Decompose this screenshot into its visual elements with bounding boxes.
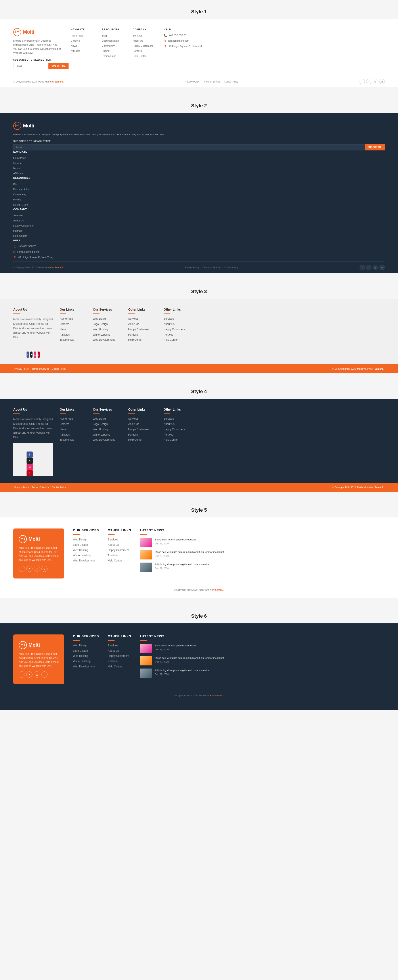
svc-webhosting-s6[interactable]: Web Hosting xyxy=(73,654,99,658)
nav-link-affiliates-s1[interactable]: Affiliates xyxy=(71,49,93,52)
otherlink2-about-s3[interactable]: About Us xyxy=(163,322,192,326)
svc-webdesign-s5[interactable]: Web Design xyxy=(73,538,99,541)
otherlink1-portfolio-s4[interactable]: Portfolio xyxy=(128,433,157,437)
otherlink2-help-s3[interactable]: Help Center xyxy=(163,338,192,342)
svc-webdev-s5[interactable]: Web Development xyxy=(73,559,99,563)
svc-whitelabeling-s4[interactable]: White Labeling xyxy=(93,433,122,437)
pinterest-icon-s1[interactable]: p xyxy=(379,79,385,84)
res-link-community-s2[interactable]: Community xyxy=(13,192,385,196)
facebook-icon-s1[interactable]: f xyxy=(360,79,365,84)
twitter-icon-s4[interactable]: ✕ xyxy=(27,458,33,464)
comp-link-about-s1[interactable]: About Us xyxy=(133,39,155,43)
privacy-link-s3[interactable]: Privacy Policy xyxy=(14,368,29,370)
otherlink-about-s5[interactable]: About Us xyxy=(108,543,132,547)
res-link-community-s1[interactable]: Community xyxy=(102,44,124,48)
twitter-icon-s1[interactable]: ✕ xyxy=(366,79,371,84)
svc-whitelabeling-s6[interactable]: White Labeling xyxy=(73,659,99,663)
otherlink-help-s6[interactable]: Help Center xyxy=(108,665,132,668)
twitter-icon-s5[interactable]: ✕ xyxy=(26,566,33,572)
terms-link-s3[interactable]: Terms of Service xyxy=(32,368,49,370)
otherlink2-help-s4[interactable]: Help Center xyxy=(163,438,192,442)
res-link-docs-s2[interactable]: Documentation xyxy=(13,188,385,191)
ourlink-news-s4[interactable]: News xyxy=(60,428,86,431)
otherlink1-services-s4[interactable]: Services xyxy=(128,417,157,421)
otherlink1-help-s3[interactable]: Help Center xyxy=(128,338,157,342)
email-input-s2[interactable] xyxy=(13,144,365,150)
svc-webdev-s6[interactable]: Web Development xyxy=(73,665,99,668)
ourlink-careers-s4[interactable]: Careers xyxy=(60,422,86,426)
instagram-icon-s6[interactable]: ◎ xyxy=(34,671,40,678)
author-link-s4[interactable]: Samar3. xyxy=(374,486,384,489)
comp-link-services-s1[interactable]: Services xyxy=(133,34,155,37)
otherlink-help-s5[interactable]: Help Center xyxy=(108,559,132,563)
pinterest-icon-s3[interactable]: p xyxy=(38,352,40,358)
res-link-docs-s1[interactable]: Documentation xyxy=(102,39,124,43)
otherlink2-portfolio-s3[interactable]: Portfolio xyxy=(163,333,192,337)
otherlink2-about-s4[interactable]: About Us xyxy=(163,422,192,426)
author-link-s5[interactable]: Samar3. xyxy=(215,589,224,591)
svc-logodesign-s3[interactable]: Logo Design xyxy=(93,322,122,326)
svc-logodesign-s4[interactable]: Logo Design xyxy=(93,422,122,426)
otherlink2-portfolio-s4[interactable]: Portfolio xyxy=(163,433,192,437)
res-link-pricing-s2[interactable]: Pricing xyxy=(13,198,385,201)
cookie-link-s3[interactable]: Cookie Policy xyxy=(52,368,66,370)
cookie-link-s2[interactable]: Cookie Policy xyxy=(224,266,238,269)
facebook-icon-s3[interactable]: f xyxy=(27,352,29,358)
comp-link-help-s1[interactable]: Help Center xyxy=(133,54,155,58)
svc-whitelabeling-s3[interactable]: White Labeling xyxy=(93,333,122,337)
ourlink-testimonials-s4[interactable]: Testimonials xyxy=(60,438,86,442)
instagram-icon-s1[interactable]: ◎ xyxy=(373,79,378,84)
otherlink-services-s6[interactable]: Services xyxy=(108,644,132,648)
otherlink2-happy-s3[interactable]: Happy Customers xyxy=(163,328,192,331)
otherlink1-services-s3[interactable]: Services xyxy=(128,317,157,321)
otherlink2-happy-s4[interactable]: Happy Customers xyxy=(163,428,192,431)
otherlink1-help-s4[interactable]: Help Center xyxy=(128,438,157,442)
nav-link-careers-s1[interactable]: Careers xyxy=(71,39,93,43)
otherlink1-about-s4[interactable]: About Us xyxy=(128,422,157,426)
svc-whitelabeling-s5[interactable]: White Labeling xyxy=(73,554,99,557)
nav-link-careers-s2[interactable]: Careers xyxy=(13,161,385,165)
terms-link-s4[interactable]: Terms of Service xyxy=(32,486,49,489)
svc-webdesign-s4[interactable]: Web Design xyxy=(93,417,122,421)
author-link-s3[interactable]: Samar3. xyxy=(374,368,384,370)
ourlink-homepage-s4[interactable]: HomePage xyxy=(60,417,86,421)
comp-link-about-s2[interactable]: About Us xyxy=(13,219,385,222)
author-link-s2[interactable]: Samar3. xyxy=(55,266,64,269)
facebook-icon-s6[interactable]: f xyxy=(19,671,25,678)
comp-link-services-s2[interactable]: Services xyxy=(13,214,385,217)
pinterest-icon-s6[interactable]: p xyxy=(41,671,48,678)
email-input-s1[interactable] xyxy=(13,63,48,69)
svc-logodesign-s6[interactable]: Logo Design xyxy=(73,649,99,653)
ourlink-affiliates-s3[interactable]: Affiliates xyxy=(60,333,86,337)
nav-link-news-s1[interactable]: News xyxy=(71,44,93,48)
otherlink-portfolio-s6[interactable]: Portfolio xyxy=(108,659,132,663)
svc-webdesign-s6[interactable]: Web Design xyxy=(73,644,99,648)
nav-link-homepage-s2[interactable]: HomePage xyxy=(13,156,385,160)
comp-link-happy-s1[interactable]: Happy Customers xyxy=(133,44,155,48)
instagram-icon-s2[interactable]: ◎ xyxy=(373,265,378,270)
svc-webhosting-s4[interactable]: Web Hosting xyxy=(93,428,122,431)
comp-link-happy-s2[interactable]: Happy Customers xyxy=(13,224,385,228)
svc-webhosting-s3[interactable]: Web Hosting xyxy=(93,328,122,331)
nav-link-affiliates-s2[interactable]: Affiliates xyxy=(13,172,385,175)
subscribe-btn-s1[interactable]: SUBSCRIBE xyxy=(48,63,68,69)
otherlink1-happy-s3[interactable]: Happy Customers xyxy=(128,328,157,331)
ourlink-news-s3[interactable]: News xyxy=(60,328,86,331)
ourlink-testimonials-s3[interactable]: Testimonials xyxy=(60,338,86,342)
instagram-icon-s3[interactable]: ◎ xyxy=(34,352,36,358)
cookie-link-s4[interactable]: Cookie Policy xyxy=(52,486,66,489)
ourlink-careers-s3[interactable]: Careers xyxy=(60,322,86,326)
facebook-icon-s4[interactable]: f xyxy=(27,452,33,458)
res-link-designcase-s1[interactable]: Design Case xyxy=(102,54,124,58)
pinterest-icon-s2[interactable]: p xyxy=(379,265,385,270)
otherlink-services-s5[interactable]: Services xyxy=(108,538,132,541)
ourlink-affiliates-s4[interactable]: Affiliates xyxy=(60,433,86,437)
pinterest-icon-s4[interactable]: p xyxy=(27,470,33,476)
otherlink-happy-s6[interactable]: Happy Customers xyxy=(108,654,132,658)
otherlink-portfolio-s5[interactable]: Portfolio xyxy=(108,554,132,557)
terms-link-s2[interactable]: Terms of Service xyxy=(203,266,220,269)
otherlink-happy-s5[interactable]: Happy Customers xyxy=(108,549,132,552)
facebook-icon-s2[interactable]: f xyxy=(360,265,365,270)
svc-webdev-s4[interactable]: Web Development xyxy=(93,438,122,442)
otherlink1-about-s3[interactable]: About Us xyxy=(128,322,157,326)
